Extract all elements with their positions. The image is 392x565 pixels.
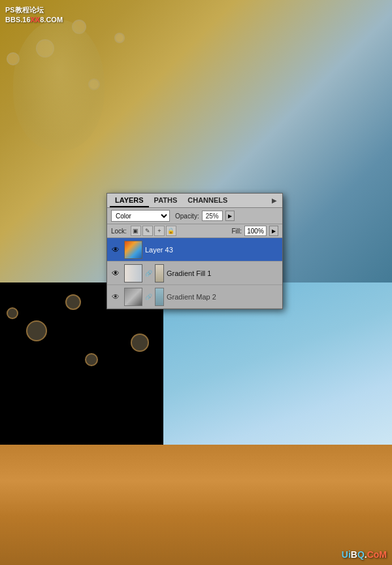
face-silhouette-top [13,20,105,150]
fill-arrow[interactable]: ▶ [269,226,278,236]
eye-icon-gradient-map2[interactable]: 👁 [110,291,122,303]
watermark-ui: Ui [342,549,351,560]
layer-row-layer43[interactable]: 👁 Layer 43 [107,238,282,262]
eye-icon-gradient-fill1[interactable]: 👁 [110,267,122,279]
watermark-url: BBS.16XX8.COM [5,15,63,25]
lock-pixels-btn[interactable]: ▣ [131,226,141,236]
mask-thumb-gradient-map2 [155,288,164,306]
watermark-bottom: UiBQ.CoM [342,549,387,560]
lock-icons: ▣ ✎ + 🔒 [131,226,176,236]
watermark-site-name: PS教程论坛 [5,5,63,15]
opacity-arrow[interactable]: ▶ [225,211,235,221]
clock-8 [131,334,149,352]
watermark-bq: B [351,549,357,560]
lock-image-btn[interactable]: ✎ [142,226,153,236]
watermark-com: CoM [367,549,387,560]
lock-fill-row: Lock: ▣ ✎ + 🔒 Fill: ▶ [107,224,282,238]
sand-area [0,445,392,565]
tab-layers[interactable]: LAYERS [110,194,149,207]
layer-thumb-gradient-map2 [124,288,142,306]
opacity-label: Opacity: [175,213,199,220]
watermark-dot: Q [357,549,365,560]
clock-7 [65,294,81,310]
layer-thumb-layer43 [124,241,142,259]
chain-gradient-map2: 🔗 [145,292,152,302]
tab-paths[interactable]: PATHS [149,194,183,207]
thumb-gradient-layer43 [125,241,142,258]
thumb-bw [125,288,142,305]
watermark-url-text: BBS.16 [5,16,31,24]
layer-name-gradient-map2: Gradient Map 2 [167,293,280,301]
watermark-url-end: 8.COM [40,16,63,24]
eye-icon-layer43[interactable]: 👁 [110,244,122,256]
lock-all-btn[interactable]: 🔒 [166,226,176,236]
layer-name-layer43: Layer 43 [145,246,280,254]
fill-input[interactable] [244,226,267,236]
layer-row-gradient-fill1[interactable]: 👁 🔗 Gradient Fill 1 [107,262,282,285]
lock-position-btn[interactable]: + [154,226,165,236]
layers-panel: LAYERS PATHS CHANNELS ▶ Color Opacity: ▶… [106,193,283,309]
thumb-gradient2 [125,265,142,282]
layer-row-gradient-map2[interactable]: 👁 🔗 Gradient Map 2 [107,285,282,309]
clock-6 [26,320,47,341]
layer-thumb-gradient-fill1 [124,264,142,282]
tab-channels[interactable]: CHANNELS [182,194,233,207]
chain-gradient-fill1: 🔗 [145,268,152,279]
clock-10 [7,307,18,319]
opacity-input[interactable] [202,211,223,221]
blend-mode-select[interactable]: Color [111,210,170,222]
layers-list: 👁 Layer 43 👁 🔗 Gradient Fill 1 👁 🔗 Gra [107,238,282,309]
mask-thumb-gradient-fill1 [155,264,164,282]
clock-5 [114,33,125,43]
panel-menu-icon[interactable]: ▶ [269,196,280,206]
panel-tabs: LAYERS PATHS CHANNELS ▶ [107,194,282,208]
blend-opacity-row: Color Opacity: ▶ [107,208,282,224]
watermark-xx: XX [31,16,41,24]
watermark-top: PS教程论坛 BBS.16XX8.COM [5,5,63,26]
fill-label: Fill: [231,228,242,235]
lock-label: Lock: [111,228,127,235]
clock-9 [85,353,98,366]
layer-name-gradient-fill1: Gradient Fill 1 [167,269,280,277]
